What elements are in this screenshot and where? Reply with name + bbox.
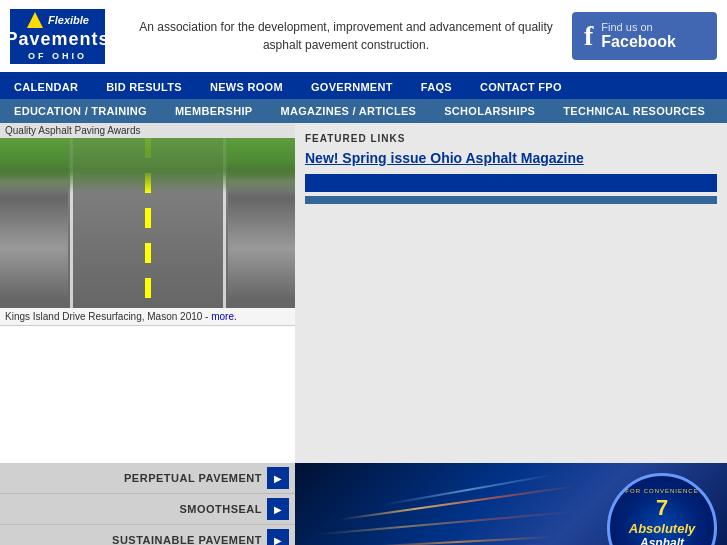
logo-area: Flexible Pavements OF OHIO [10,9,120,64]
secondary-nav: EDUCATION / TRAINING MEMBERSHIP MAGAZINE… [0,99,727,123]
smoothseal-row: SMOOTHSEAL [0,494,295,525]
blue-bar-primary [305,174,717,192]
facebook-text-area: Find us on Facebook [601,21,676,51]
badge-arc-top: for CONVENIENCE [625,488,698,495]
nav-magazines[interactable]: MAGAZINES / ARTICLES [266,99,430,123]
right-column: FEATURED LINKS New! Spring issue Ohio As… [295,123,727,463]
streak-3 [360,536,554,545]
nav-contact[interactable]: CONTACT FPO [466,75,576,99]
svg-marker-0 [27,12,43,28]
facebook-icon: f [584,20,593,52]
sustainable-arrow[interactable] [267,529,289,545]
smoothseal-arrow[interactable] [267,498,289,520]
image-label: Quality Asphalt Paving Awards [0,123,295,138]
blue-bar-secondary [305,196,717,204]
nav-education[interactable]: EDUCATION / TRAINING [0,99,161,123]
perpetual-label: PERPETUAL PAVEMENT [124,472,262,484]
trees-overlay [0,138,295,193]
streak-2 [317,510,575,535]
featured-links-header: FEATURED LINKS [305,133,717,144]
badge-asphalt-text: Asphalt [640,536,684,545]
bottom-area: PERPETUAL PAVEMENT SMOOTHSEAL SUSTAINABL… [0,463,727,545]
primary-nav: CALENDAR BID RESULTS NEWS ROOM GOVERNMEN… [0,75,727,99]
logo-flexible-text: Flexible [48,14,89,26]
tagline: An association for the development, impr… [120,18,572,54]
logo[interactable]: Flexible Pavements OF OHIO [10,9,105,64]
nav-government[interactable]: GOVERNMENT [297,75,407,99]
more-link[interactable]: more. [211,311,237,322]
nav-news-room[interactable]: NEWS ROOM [196,75,297,99]
badge-number: 7 [656,495,668,521]
main-content: Quality Asphalt Paving Awards Kings Isla… [0,123,727,463]
badge-absolutely-text: Absolutely [629,521,695,536]
facebook-find-text: Find us on [601,21,676,33]
site-header: Flexible Pavements OF OHIO An associatio… [0,0,727,75]
nav-technical[interactable]: TECHNICAL RESOURCES [549,99,719,123]
nav-scholarships[interactable]: SCHOLARSHIPS [430,99,549,123]
image-caption: Kings Island Drive Resurfacing, Mason 20… [0,308,295,326]
nav-calendar[interactable]: CALENDAR [0,75,92,99]
logo-ohio-text: OF OHIO [28,51,87,61]
absolutely-asphalt-badge: for CONVENIENCE 7 Absolutely Asphalt for… [607,473,717,545]
sustainable-row: SUSTAINABLE PAVEMENT [0,525,295,545]
featured-link[interactable]: New! Spring issue Ohio Asphalt Magazine [305,150,717,166]
road-image [0,138,295,308]
badge-convenience: for CONVENIENCE [625,488,698,494]
night-road-section: for CONVENIENCE 7 Absolutely Asphalt for… [295,463,727,545]
sustainable-label: SUSTAINABLE PAVEMENT [112,534,262,545]
left-column: Quality Asphalt Paving Awards Kings Isla… [0,123,295,463]
facebook-name-text: Facebook [601,33,676,51]
sidebar-links-area: PERPETUAL PAVEMENT SMOOTHSEAL SUSTAINABL… [0,463,295,545]
nav-faqs[interactable]: FAQS [407,75,466,99]
badge-main-text: Absolutely Asphalt [629,521,695,545]
nav-membership[interactable]: MEMBERSHIP [161,99,267,123]
perpetual-arrow[interactable] [267,467,289,489]
logo-pavements-text: Pavements [5,29,109,50]
perpetual-row: PERPETUAL PAVEMENT [0,463,295,494]
smoothseal-label: SMOOTHSEAL [179,503,262,515]
caption-text: Kings Island Drive Resurfacing, Mason 20… [5,311,211,322]
logo-icon [26,11,44,29]
nav-bid-results[interactable]: BID RESULTS [92,75,196,99]
facebook-link[interactable]: f Find us on Facebook [572,12,717,60]
